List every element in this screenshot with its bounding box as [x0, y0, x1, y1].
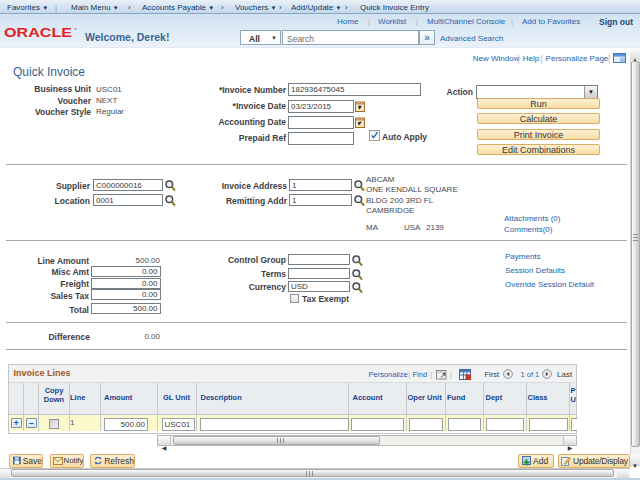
- svg-text:ORACLE: ORACLE: [4, 27, 72, 39]
